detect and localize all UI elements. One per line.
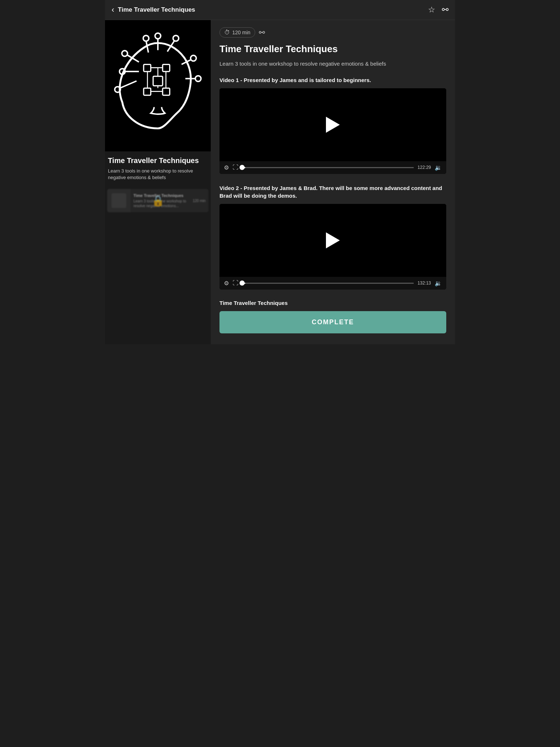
main-layout: Time Traveller Techniques Learn 3 tools … [105,20,455,344]
volume-icon-2[interactable]: 🔉 [435,280,442,287]
progress-bar-1[interactable] [242,167,414,168]
volume-icon-1[interactable]: 🔉 [435,164,442,171]
header-title: Time Traveller Techniques [118,6,195,13]
progress-thumb-2 [240,280,245,286]
right-panel: ⏱ 120 min ⚯ Time Traveller Techniques Le… [211,20,455,344]
play-button-1[interactable] [326,117,340,133]
locked-item-badge: 120 min [192,199,206,203]
svg-line-10 [167,41,175,52]
back-button[interactable]: ‹ [112,5,114,15]
svg-point-7 [143,35,149,41]
clock-icon: ⏱ [224,29,230,36]
left-panel-desc: Learn 3 tools in one workshop to resolve… [108,168,207,181]
svg-line-2 [120,81,137,88]
header: ‹ Time Traveller Techniques ☆ ⚯ [105,0,455,20]
locked-item: Time Traveller Techniques Learn 3 tools … [107,189,209,212]
svg-point-13 [191,55,197,61]
share-link-icon[interactable]: ⚯ [442,5,448,15]
video-player-1: ⚙ ⛶ 122:29 🔉 [219,88,446,174]
fullscreen-icon-2[interactable]: ⛶ [233,280,238,286]
svg-rect-16 [144,65,151,72]
fullscreen-icon-1[interactable]: ⛶ [233,164,238,171]
time-label-1: 122:29 [417,165,431,170]
video-2-label: Video 2 - Presented by James & Brad. The… [219,184,446,200]
left-panel-title: Time Traveller Techniques [108,156,207,165]
hero-image [105,20,211,151]
time-label-2: 132:13 [417,280,431,286]
meta-link-icon[interactable]: ⚯ [259,28,265,37]
bookmark-icon[interactable]: ☆ [428,5,435,15]
svg-rect-20 [163,88,170,96]
video-player-2: ⚙ ⛶ 132:13 🔉 [219,204,446,290]
settings-icon-1[interactable]: ⚙ [224,164,229,171]
svg-point-11 [173,35,179,41]
complete-section-title: Time Traveller Techniques [219,300,446,306]
svg-point-15 [195,76,201,82]
lock-icon: 🔒 [152,195,164,207]
video-controls-2: ⚙ ⛶ 132:13 🔉 [219,277,446,290]
header-left: ‹ Time Traveller Techniques [112,5,195,15]
svg-point-9 [155,33,161,39]
meta-row: ⏱ 120 min ⚯ [219,27,446,38]
settings-icon-2[interactable]: ⚙ [224,280,229,287]
svg-point-5 [122,51,128,57]
play-button-2[interactable] [326,232,340,248]
complete-button[interactable]: COMPLETE [219,311,446,333]
duration-badge: ⏱ 120 min [219,27,255,38]
content-desc: Learn 3 tools in one workshop to resolve… [219,60,446,68]
left-panel: Time Traveller Techniques Learn 3 tools … [105,20,211,344]
video-1-label: Video 1 - Presented by James and is tail… [219,76,446,84]
video-screen-1[interactable] [219,88,446,161]
video-screen-2[interactable] [219,204,446,277]
progress-thumb-1 [240,165,245,170]
progress-bar-2[interactable] [242,283,414,284]
hero-svg [110,31,205,140]
svg-rect-18 [153,76,163,86]
locked-thumb-inner [112,193,126,208]
complete-section: Time Traveller Techniques COMPLETE [219,300,446,333]
video-controls-1: ⚙ ⛶ 122:29 🔉 [219,161,446,174]
content-title: Time Traveller Techniques [219,43,446,55]
left-info: Time Traveller Techniques Learn 3 tools … [105,151,211,185]
locked-thumb [107,189,131,212]
svg-rect-19 [144,88,151,96]
svg-rect-17 [163,65,170,72]
header-icons: ☆ ⚯ [428,5,448,15]
duration-text: 120 min [232,30,250,35]
